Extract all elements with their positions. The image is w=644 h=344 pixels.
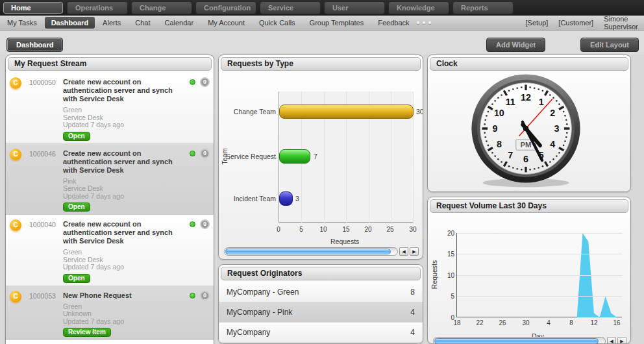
svg-text:2: 2 bbox=[550, 108, 555, 118]
nav-tab-user[interactable]: User bbox=[324, 1, 385, 14]
originator-row[interactable]: MyCompany - Green 8 bbox=[219, 282, 423, 302]
nav-tab-operations[interactable]: Operations bbox=[67, 1, 128, 14]
x-tick: 26 bbox=[499, 319, 506, 326]
nav-tab-change[interactable]: Change bbox=[131, 1, 192, 14]
subnav-group-templates[interactable]: Group Templates bbox=[303, 17, 371, 29]
nav-tab-configuration[interactable]: Configuration bbox=[195, 1, 256, 14]
change-request-icon: C bbox=[10, 289, 29, 338]
x-tick: 22 bbox=[476, 319, 483, 326]
request-row[interactable]: C 1000049 New Phone Request Pink Unknown… bbox=[6, 340, 214, 344]
subnav-my-account[interactable]: My Account bbox=[201, 17, 251, 29]
edit-layout-button[interactable]: Edit Layout bbox=[580, 38, 639, 52]
svg-text:1: 1 bbox=[539, 97, 544, 107]
request-row[interactable]: C 1000040 Create new account on authenti… bbox=[6, 215, 214, 286]
svg-text:6: 6 bbox=[523, 154, 528, 164]
setup-link[interactable]: [Setup] bbox=[526, 19, 549, 27]
customer-link[interactable]: [Customer] bbox=[558, 19, 593, 27]
unread-count-badge: 0 bbox=[200, 149, 210, 158]
status-badge: Open bbox=[63, 274, 90, 283]
x-tick: 30 bbox=[409, 226, 416, 233]
add-widget-button[interactable]: Add Widget bbox=[486, 38, 545, 52]
svg-text:10: 10 bbox=[494, 108, 504, 118]
clock-widget: Clock 123456789101112 PM bbox=[427, 55, 631, 192]
bar-change-team bbox=[279, 104, 414, 119]
change-request-icon: C bbox=[10, 147, 29, 212]
status-badge: Open bbox=[63, 132, 90, 141]
x-tick: 30 bbox=[522, 319, 529, 326]
status-badge: Open bbox=[63, 203, 90, 212]
request-title: Create new account on authentication ser… bbox=[63, 147, 179, 175]
svg-text:9: 9 bbox=[493, 123, 498, 134]
user-name[interactable]: Simone Supervisor bbox=[604, 15, 638, 31]
request-meta: Green Unknown Updated 7 days ago bbox=[63, 303, 179, 326]
svg-text:12: 12 bbox=[521, 92, 531, 103]
originator-count: 8 bbox=[410, 288, 415, 297]
request-originators-widget: Request Originators MyCompany - Green 8 … bbox=[218, 264, 423, 344]
bar-value-label: 7 bbox=[314, 153, 317, 160]
bar-category-label: Incident Team bbox=[220, 195, 276, 203]
x-tick: 16 bbox=[613, 319, 620, 326]
chart-h-scrollbar: ◀ ▶ bbox=[433, 337, 626, 344]
analog-clock: 123456789101112 PM bbox=[464, 67, 588, 190]
widget-title: Request Originators bbox=[221, 267, 421, 280]
nav-tab-home[interactable]: Home bbox=[3, 1, 64, 14]
dashboard-selector-button[interactable]: Dashboard bbox=[6, 38, 63, 52]
y-axis-title: Team bbox=[221, 148, 229, 165]
requests-by-type-widget: Requests by Type Change Team Service Req… bbox=[218, 55, 423, 260]
scroll-right-arrow-icon[interactable]: ▶ bbox=[617, 337, 626, 344]
main-nav: Home Operations Change Configuration Ser… bbox=[0, 0, 644, 16]
y-axis-title: Requests bbox=[430, 260, 438, 289]
nav-tab-reports[interactable]: Reports bbox=[452, 1, 514, 14]
online-dot-icon bbox=[190, 293, 195, 299]
y-tick: 5 bbox=[451, 293, 457, 300]
request-row[interactable]: C 1000050 Create new account on authenti… bbox=[6, 73, 214, 144]
bar-service-request bbox=[279, 149, 310, 164]
nav-tab-knowledge[interactable]: Knowledge bbox=[388, 1, 449, 14]
scroll-left-arrow-icon[interactable]: ◀ bbox=[399, 247, 408, 256]
x-tick: 18 bbox=[453, 319, 460, 326]
subnav-chat[interactable]: Chat bbox=[129, 17, 156, 29]
scroll-track[interactable] bbox=[433, 337, 606, 344]
request-meta: Green Service Desk Updated 7 days ago bbox=[63, 106, 179, 129]
meridiem-label: PM bbox=[520, 141, 531, 149]
request-row[interactable]: C 1000046 Create new account on authenti… bbox=[6, 144, 214, 215]
subnav-my-tasks[interactable]: My Tasks bbox=[1, 17, 43, 29]
change-request-icon: C bbox=[10, 218, 29, 283]
request-row[interactable]: C 1000053 New Phone Request Green Unknow… bbox=[6, 286, 214, 341]
originator-row[interactable]: MyCompany 4 bbox=[219, 323, 423, 343]
sub-nav: My Tasks Dashboard Alerts Chat Calendar … bbox=[0, 16, 644, 31]
svg-text:4: 4 bbox=[550, 139, 555, 149]
svg-text:3: 3 bbox=[554, 123, 560, 134]
subnav-dashboard[interactable]: Dashboard bbox=[45, 17, 95, 29]
scroll-thumb[interactable] bbox=[225, 249, 391, 254]
nav-tab-service[interactable]: Service bbox=[260, 1, 321, 14]
request-title: Create new account on authentication ser… bbox=[63, 218, 179, 245]
widget-title: Request Volume Last 30 Days bbox=[430, 199, 628, 213]
request-meta: Pink Service Desk Updated 7 days ago bbox=[63, 178, 179, 201]
bar-category-label: Service Request bbox=[220, 153, 276, 160]
unread-count-badge: 0 bbox=[200, 291, 210, 301]
y-tick: 10 bbox=[447, 272, 457, 279]
x-tick: 8 bbox=[569, 319, 573, 326]
x-tick: 20 bbox=[364, 226, 371, 233]
request-title: Create new account on authentication ser… bbox=[63, 76, 179, 103]
widget-title: Requests by Type bbox=[221, 57, 421, 71]
subnav-calendar[interactable]: Calendar bbox=[158, 17, 200, 29]
change-request-icon: C bbox=[10, 76, 29, 141]
scroll-thumb[interactable] bbox=[434, 338, 599, 344]
my-request-stream-widget: My Request Stream C 1000050 Create new a… bbox=[5, 55, 214, 344]
x-tick: 10 bbox=[319, 226, 327, 233]
dashboard-page: Home Operations Change Configuration Ser… bbox=[0, 0, 644, 344]
subnav-feedback[interactable]: Feedback bbox=[371, 17, 415, 29]
more-dots-icon[interactable] bbox=[417, 21, 431, 24]
request-id: 1000053 bbox=[29, 289, 63, 338]
scroll-right-arrow-icon[interactable]: ▶ bbox=[410, 247, 419, 256]
bar-chart-plot bbox=[279, 92, 413, 223]
subnav-alerts[interactable]: Alerts bbox=[96, 17, 127, 29]
subnav-quick-calls[interactable]: Quick Calls bbox=[253, 17, 302, 29]
originator-row[interactable]: MyCompany - Pink 4 bbox=[219, 302, 423, 323]
online-dot-icon bbox=[190, 79, 195, 85]
scroll-track[interactable] bbox=[224, 247, 398, 256]
scroll-left-arrow-icon[interactable]: ◀ bbox=[607, 337, 616, 344]
x-tick: 12 bbox=[590, 319, 597, 326]
